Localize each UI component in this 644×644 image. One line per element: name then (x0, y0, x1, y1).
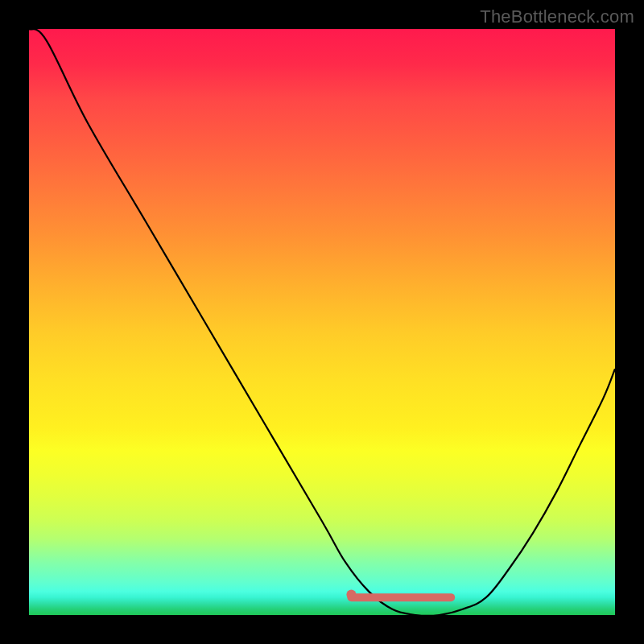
watermark-text: TheBottleneck.com (480, 6, 634, 27)
plot-area (29, 29, 615, 615)
marker-dot (346, 590, 356, 600)
bottleneck-curve (29, 29, 615, 616)
chart-container: TheBottleneck.com (0, 0, 644, 644)
curve-svg (29, 29, 615, 615)
